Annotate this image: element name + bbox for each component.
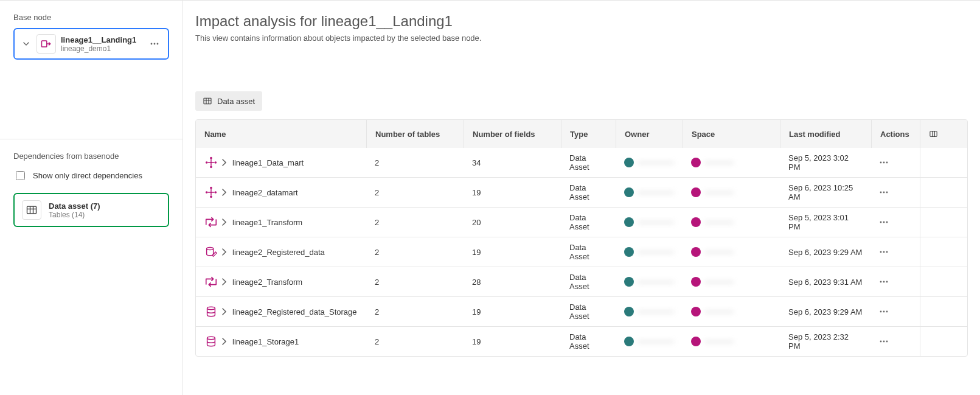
row-fields: 20 xyxy=(464,218,561,227)
table-row[interactable]: lineage1_Transform220Data Asset—————————… xyxy=(196,207,967,237)
filter-chip-label: Data asset xyxy=(217,97,255,106)
row-space: ———— xyxy=(683,187,780,197)
direct-deps-checkbox-row[interactable]: Show only direct dependencies xyxy=(13,169,169,182)
base-node-texts: lineage1__Landing1 lineage_demo1 xyxy=(61,35,142,53)
column-picker-button[interactable] xyxy=(920,120,947,148)
space-blurred: ———— xyxy=(704,218,734,226)
row-tables: 2 xyxy=(366,158,464,167)
base-node-card[interactable]: lineage1__Landing1 lineage_demo1 xyxy=(13,28,169,60)
svg-point-21 xyxy=(886,281,888,283)
svg-point-14 xyxy=(883,222,885,223)
landing-node-icon xyxy=(36,34,56,54)
table-header: Name Number of tables Number of fields T… xyxy=(196,120,967,148)
row-space: ———— xyxy=(683,277,780,287)
col-type[interactable]: Type xyxy=(561,120,616,148)
more-icon[interactable] xyxy=(147,37,162,51)
page-description: This view contains information about obj… xyxy=(195,33,968,43)
row-owner: ————— xyxy=(616,247,683,257)
direct-deps-checkbox[interactable] xyxy=(16,171,25,180)
base-node-section: Base node lineage1__Landing1 lineage_dem… xyxy=(0,1,182,72)
col-name[interactable]: Name xyxy=(196,130,366,139)
col-num-fields[interactable]: Number of fields xyxy=(464,120,561,148)
more-icon xyxy=(880,251,888,253)
table-row[interactable]: lineage1_Storage1219Data Asset—————————S… xyxy=(196,326,967,356)
row-name-text: lineage2_Transform xyxy=(232,278,302,287)
row-space: ———— xyxy=(683,307,780,316)
row-actions[interactable] xyxy=(871,251,920,253)
svg-point-13 xyxy=(880,222,882,223)
data-asset-icon xyxy=(22,200,41,220)
svg-rect-5 xyxy=(204,98,211,103)
row-tables: 2 xyxy=(366,188,464,197)
table-row[interactable]: lineage2_Registered_data_Storage219Data … xyxy=(196,296,967,326)
row-actions[interactable] xyxy=(871,310,920,313)
table-row[interactable]: lineage2_Registered_data219Data Asset———… xyxy=(196,237,967,267)
chevron-right-icon[interactable] xyxy=(221,218,229,226)
more-icon xyxy=(880,310,888,313)
row-actions[interactable] xyxy=(871,281,920,283)
row-fields: 19 xyxy=(464,337,561,346)
table-row[interactable]: lineage1_Data_mart234Data Asset—————————… xyxy=(196,148,967,177)
row-name-text: lineage2_datamart xyxy=(232,188,298,197)
avatar xyxy=(624,307,634,316)
dependencies-section: Dependencies from basenode Show only dir… xyxy=(0,139,182,239)
space-blurred: ———— xyxy=(704,307,734,316)
row-type: Data Asset xyxy=(561,213,616,231)
svg-point-3 xyxy=(157,43,159,45)
row-type: Data Asset xyxy=(561,302,616,321)
row-owner: ————— xyxy=(616,158,683,167)
row-owner: ————— xyxy=(616,337,683,346)
svg-point-24 xyxy=(886,311,888,313)
col-owner[interactable]: Owner xyxy=(616,120,683,148)
svg-point-23 xyxy=(883,311,885,313)
space-blurred: ———— xyxy=(704,158,734,167)
avatar xyxy=(624,337,634,346)
filter-chip-data-asset[interactable]: Data asset xyxy=(195,91,262,111)
row-name-text: lineage2_Registered_data xyxy=(232,248,325,257)
row-owner: ————— xyxy=(616,217,683,227)
base-node-subtitle: lineage_demo1 xyxy=(61,44,142,53)
chevron-right-icon[interactable] xyxy=(221,338,229,345)
svg-point-25 xyxy=(880,341,882,343)
svg-rect-4 xyxy=(27,206,36,214)
dep-card-title: Data asset (7) xyxy=(49,201,100,211)
col-space[interactable]: Space xyxy=(683,120,780,148)
table-row[interactable]: lineage2_Transform228Data Asset—————————… xyxy=(196,267,967,296)
row-owner: ————— xyxy=(616,187,683,197)
chevron-right-icon[interactable] xyxy=(221,189,229,196)
more-icon xyxy=(880,340,888,343)
row-modified: Sep 6, 2023 9:29 AM xyxy=(780,248,871,257)
table-grid-icon xyxy=(203,96,212,106)
avatar xyxy=(624,187,634,197)
space-blurred: ———— xyxy=(704,337,734,346)
avatar xyxy=(624,217,634,227)
owner-blurred: ————— xyxy=(638,337,674,346)
col-num-tables[interactable]: Number of tables xyxy=(366,120,464,148)
more-icon xyxy=(880,191,888,194)
data-asset-card[interactable]: Data asset (7) Tables (14) xyxy=(13,193,169,227)
mart-icon xyxy=(204,186,218,199)
chevron-right-icon[interactable] xyxy=(221,248,229,256)
row-actions[interactable] xyxy=(871,340,920,343)
row-type: Data Asset xyxy=(561,153,616,172)
col-modified[interactable]: Last modified xyxy=(780,120,871,148)
svg-point-9 xyxy=(886,162,888,164)
chevron-right-icon[interactable] xyxy=(221,159,229,166)
chevron-right-icon[interactable] xyxy=(221,278,229,285)
table-row[interactable]: lineage2_datamart219Data Asset—————————S… xyxy=(196,177,967,207)
space-dot-icon xyxy=(691,307,701,316)
chevron-down-icon[interactable] xyxy=(21,41,32,47)
svg-point-2 xyxy=(154,43,156,45)
row-actions[interactable] xyxy=(871,221,920,223)
owner-blurred: ————— xyxy=(638,188,674,197)
svg-point-8 xyxy=(883,162,885,164)
chevron-right-icon[interactable] xyxy=(221,308,229,315)
svg-point-18 xyxy=(886,251,888,253)
more-icon xyxy=(880,281,888,283)
row-actions[interactable] xyxy=(871,191,920,194)
dep-card-subtitle: Tables (14) xyxy=(49,211,100,219)
row-actions[interactable] xyxy=(871,161,920,164)
svg-point-12 xyxy=(886,192,888,194)
impact-table: Name Number of tables Number of fields T… xyxy=(195,119,968,357)
row-fields: 34 xyxy=(464,158,561,167)
